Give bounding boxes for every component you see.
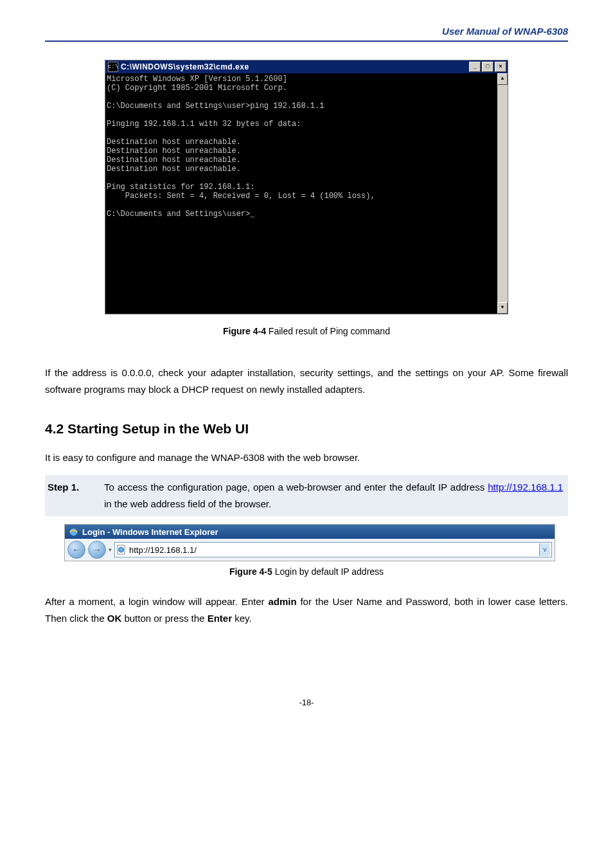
scroll-track[interactable] bbox=[497, 85, 508, 302]
cmd-title-text: C:\WINDOWS\system32\cmd.exe bbox=[121, 62, 468, 71]
header-title: User Manual of WNAP-6308 bbox=[442, 26, 568, 37]
paragraph-3: After a moment, a login window will appe… bbox=[45, 593, 568, 627]
page-number: -18- bbox=[45, 698, 568, 727]
p3-admin: admin bbox=[268, 596, 296, 607]
figure-4-5-caption: Figure 4-5 Login by default IP address bbox=[45, 566, 568, 577]
cmd-scrollbar[interactable]: ▲ ▼ bbox=[497, 73, 508, 314]
ie-titlebar: Login - Windows Internet Explorer bbox=[65, 525, 555, 539]
svg-point-2 bbox=[119, 547, 124, 552]
p3-post: key. bbox=[232, 613, 252, 624]
close-button[interactable]: × bbox=[495, 62, 506, 72]
paragraph-1: If the address is 0.0.0.0, check your ad… bbox=[45, 365, 568, 398]
cmd-window: c:\ C:\WINDOWS\system32\cmd.exe _ □ × Mi… bbox=[105, 60, 508, 314]
forward-arrow-icon: → bbox=[93, 545, 102, 555]
cmd-output: Microsoft Windows XP [Version 5.1.2600] … bbox=[105, 73, 497, 314]
section-4-2-title: 4.2 Starting Setup in the Web UI bbox=[45, 421, 568, 437]
figure-4-5-label: Figure 4-5 bbox=[229, 566, 272, 577]
scroll-up-icon[interactable]: ▲ bbox=[497, 73, 508, 85]
figure-4-5-text: Login by default IP address bbox=[272, 566, 384, 577]
cmd-icon: c:\ bbox=[108, 62, 118, 72]
address-dropdown-icon[interactable]: v bbox=[539, 543, 550, 556]
p3-pre: After a moment, a login window will appe… bbox=[45, 596, 268, 607]
scroll-down-icon[interactable]: ▼ bbox=[497, 302, 508, 314]
paragraph-2: It is easy to configure and manage the W… bbox=[45, 449, 568, 466]
address-value: http://192.168.1.1/ bbox=[129, 545, 197, 555]
ie-window: Login - Windows Internet Explorer ← → ▾ … bbox=[64, 524, 555, 561]
page-icon bbox=[116, 545, 127, 555]
ie-title-text: Login - Windows Internet Explorer bbox=[82, 527, 218, 537]
figure-4-4-label: Figure 4-4 bbox=[223, 326, 266, 336]
ie-toolbar: ← → ▾ http://192.168.1.1/ v bbox=[65, 539, 555, 561]
step-1-label: Step 1. bbox=[45, 479, 104, 512]
page-header: User Manual of WNAP-6308 bbox=[45, 26, 568, 42]
back-button[interactable]: ← bbox=[67, 541, 85, 559]
cmd-titlebar: c:\ C:\WINDOWS\system32\cmd.exe _ □ × bbox=[105, 60, 508, 73]
step-1-body: To access the configuration page, open a… bbox=[104, 479, 563, 512]
p3-ok: OK bbox=[107, 613, 122, 624]
step-1-url[interactable]: http://192.168.1.1 bbox=[488, 482, 563, 493]
p3-enter: Enter bbox=[208, 613, 232, 624]
step-1-pre: To access the configuration page, open a… bbox=[104, 482, 488, 493]
minimize-button[interactable]: _ bbox=[469, 62, 481, 72]
p3-mid2: button or press the bbox=[121, 613, 207, 624]
step-1-row: Step 1. To access the configuration page… bbox=[45, 475, 568, 516]
step-1-post: in the web address field of the browser. bbox=[104, 498, 271, 509]
forward-button[interactable]: → bbox=[88, 541, 106, 559]
nav-dropdown-icon[interactable]: ▾ bbox=[109, 547, 112, 553]
back-arrow-icon: ← bbox=[72, 545, 81, 555]
figure-4-4-caption: Figure 4-4 Failed result of Ping command bbox=[45, 326, 568, 336]
ie-logo-icon bbox=[69, 527, 78, 537]
figure-4-4-text: Failed result of Ping command bbox=[266, 326, 390, 336]
address-bar[interactable]: http://192.168.1.1/ v bbox=[114, 542, 552, 557]
maximize-button[interactable]: □ bbox=[482, 62, 493, 72]
